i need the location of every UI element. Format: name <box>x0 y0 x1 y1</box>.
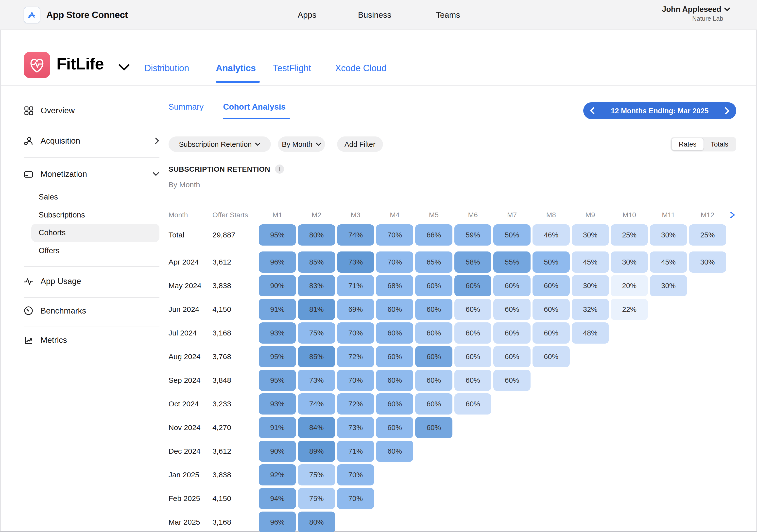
retention-cell: 30% <box>572 275 609 296</box>
chevron-left-icon[interactable] <box>590 107 595 114</box>
retention-cell: 73% <box>337 251 374 273</box>
tab-cohort-analysis[interactable]: Cohort Analysis <box>223 102 286 111</box>
sidebar-item-sales[interactable]: Sales <box>39 188 160 206</box>
retention-cell: 60% <box>415 417 452 438</box>
sidebar-label: Cohorts <box>39 228 66 237</box>
column-header-m5: M5 <box>415 211 452 219</box>
sidebar-item-metrics[interactable]: Metrics <box>24 332 160 349</box>
sidebar-label: Acquisition <box>41 136 80 146</box>
fitlife-app-icon <box>24 52 50 78</box>
tab-testflight[interactable]: TestFlight <box>273 63 311 74</box>
divider <box>24 124 160 125</box>
heart-pulse-icon <box>24 52 50 78</box>
row-offer-starts: 3,612 <box>212 251 231 273</box>
sidebar-item-overview[interactable]: Overview <box>24 102 160 119</box>
retention-cell: 93% <box>259 393 296 415</box>
divider <box>24 266 160 267</box>
add-filter-button[interactable]: Add Filter <box>337 136 383 152</box>
retention-cell: 59% <box>454 224 492 246</box>
retention-cell: 60% <box>532 275 570 296</box>
grouping-filter-dropdown[interactable]: By Month <box>278 136 325 152</box>
retention-cell: 60% <box>454 346 492 367</box>
tab-summary[interactable]: Summary <box>168 102 203 111</box>
sidebar-item-acquisition[interactable]: Acquisition <box>24 132 160 150</box>
sidebar-item-cohorts[interactable]: Cohorts <box>39 224 160 242</box>
retention-cell: 96% <box>259 251 296 273</box>
column-header-m11: M11 <box>650 211 687 219</box>
sidebar-item-subscriptions[interactable]: Subscriptions <box>39 206 160 224</box>
sidebar-item-benchmarks[interactable]: Benchmarks <box>24 302 160 319</box>
column-header-m1: M1 <box>259 211 296 219</box>
retention-cell: 30% <box>689 251 726 273</box>
chevron-right-icon <box>729 211 736 219</box>
app-switcher-chevron[interactable] <box>118 64 130 73</box>
sidebar-item-app-usage[interactable]: App Usage <box>24 273 160 290</box>
retention-cell: 48% <box>572 322 609 343</box>
sidebar-item-monetization[interactable]: Monetization <box>24 165 160 183</box>
retention-cell: 74% <box>298 393 335 415</box>
retention-cell: 75% <box>298 488 335 509</box>
row-label-month: Sep 2024 <box>168 370 200 391</box>
retention-cell: 60% <box>532 322 570 343</box>
section-title: SUBSCRIPTION RETENTION <box>168 165 270 173</box>
retention-cell: 80% <box>298 512 335 532</box>
retention-cell: 91% <box>259 299 296 320</box>
retention-cell: 74% <box>337 224 374 246</box>
row-label-month: Feb 2025 <box>168 488 200 509</box>
retention-cell: 60% <box>454 299 492 320</box>
retention-cell: 50% <box>493 224 530 246</box>
column-header-m4: M4 <box>376 211 413 219</box>
retention-cell: 60% <box>376 370 413 391</box>
grouping-filter-label: By Month <box>282 140 313 149</box>
retention-cell: 60% <box>454 322 492 343</box>
app-store-connect-logo[interactable] <box>24 7 40 23</box>
retention-cell: 84% <box>298 417 335 438</box>
column-header-m3: M3 <box>337 211 374 219</box>
sidebar-label: Monetization <box>41 169 87 179</box>
tab-distribution[interactable]: Distribution <box>144 63 189 74</box>
sidebar-item-offers[interactable]: Offers <box>39 242 160 260</box>
header-divider <box>0 85 757 86</box>
chevron-down-icon <box>316 143 321 146</box>
retention-cell: 60% <box>493 346 530 367</box>
scroll-columns-button[interactable] <box>729 211 736 221</box>
sidebar-label: App Usage <box>41 277 81 286</box>
toggle-option-totals[interactable]: Totals <box>704 138 735 151</box>
retention-cell: 46% <box>532 224 570 246</box>
retention-cell: 85% <box>298 251 335 273</box>
active-subtab-indicator <box>223 118 289 119</box>
app-store-connect-page: App Store Connect Apps Business Teams Jo… <box>0 0 757 532</box>
page-title-app-name: FitLife <box>56 54 104 73</box>
retention-cell: 96% <box>259 512 296 532</box>
column-header-month: Month <box>168 211 188 219</box>
retention-cell: 60% <box>415 275 452 296</box>
credit-card-icon <box>24 169 33 179</box>
sidebar-label: Subscriptions <box>39 211 85 220</box>
info-icon[interactable]: i <box>275 164 284 174</box>
row-label-month: Oct 2024 <box>168 393 199 415</box>
user-team: Nature Lab <box>662 15 730 22</box>
tab-analytics[interactable]: Analytics <box>216 63 256 74</box>
date-range-picker[interactable]: 12 Months Ending: Mar 2025 <box>583 102 736 119</box>
retention-cell: 20% <box>611 275 648 296</box>
retention-cell: 91% <box>259 417 296 438</box>
row-label-month: May 2024 <box>168 275 201 296</box>
column-header-m8: M8 <box>532 211 570 219</box>
retention-cell: 70% <box>376 251 413 273</box>
retention-cell: 60% <box>532 299 570 320</box>
retention-cell: 60% <box>415 299 452 320</box>
chevron-right-icon[interactable] <box>725 107 730 114</box>
user-menu[interactable]: John Appleseed Nature Lab <box>662 5 730 22</box>
nav-item-teams[interactable]: Teams <box>436 0 460 30</box>
retention-cell: 80% <box>298 224 335 246</box>
metric-filter-dropdown[interactable]: Subscription Retention <box>168 136 271 152</box>
row-offer-starts: 3,233 <box>212 393 231 415</box>
retention-cell: 22% <box>611 299 648 320</box>
nav-item-business[interactable]: Business <box>358 0 391 30</box>
row-label-month: Dec 2024 <box>168 441 200 462</box>
tab-xcode-cloud[interactable]: Xcode Cloud <box>335 63 387 74</box>
nav-item-apps[interactable]: Apps <box>298 0 317 30</box>
active-tab-indicator <box>216 81 260 83</box>
toggle-option-rates[interactable]: Rates <box>672 138 704 151</box>
retention-cell: 30% <box>572 224 609 246</box>
